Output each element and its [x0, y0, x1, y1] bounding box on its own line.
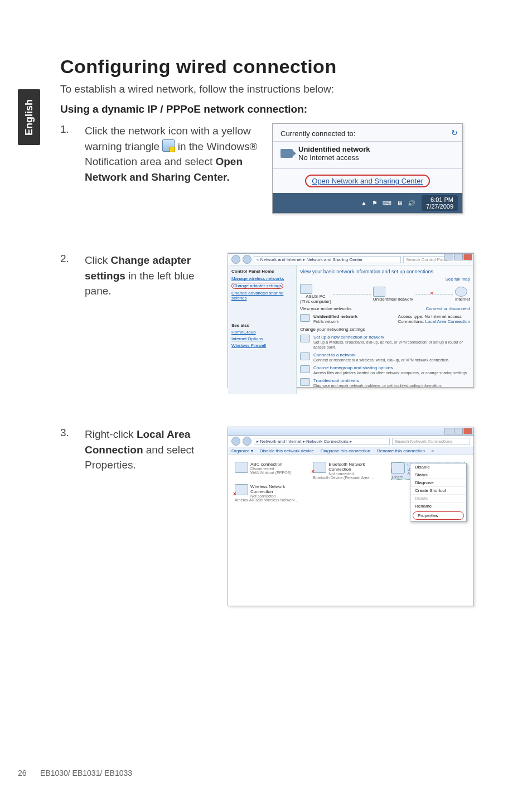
sidebar: Control Panel Home Manage wireless netwo…	[228, 265, 297, 394]
setup-connection-link[interactable]: Set up a new connection or network	[313, 335, 384, 340]
figure-sharing-center: « Network and Internet ▸ Network and Sha…	[228, 253, 474, 388]
refresh-icon[interactable]: ↻	[451, 128, 458, 137]
tray-clock[interactable]: 6:01 PM 7/27/2009	[422, 195, 458, 211]
connect-icon	[300, 352, 310, 360]
text: Right-click	[85, 428, 137, 440]
connection-icon	[313, 462, 326, 473]
step-number: 2.	[60, 253, 76, 265]
map-link	[333, 294, 371, 294]
toolbar-disable[interactable]: Disable this network device	[260, 448, 314, 453]
ctx-properties-highlight[interactable]: Properties	[413, 511, 464, 520]
step-2: 2. Click Change adapter settings in the …	[60, 253, 490, 388]
sidebar-internet-options[interactable]: Internet Options	[231, 336, 293, 341]
step-number: 3.	[60, 427, 76, 439]
window-titlebar	[228, 253, 473, 254]
sidebar-windows-firewall[interactable]: Windows Firewall	[231, 343, 293, 348]
connect-network-link[interactable]: Connect to a network	[313, 352, 356, 357]
setup-connection-sub: Set up a wireless, broadband, dial-up, a…	[313, 340, 463, 349]
map-link-broken: ×	[415, 294, 453, 294]
pc-label: ASUS-PC	[300, 294, 331, 299]
system-tray: ▲ ⚑ ⌨ 🖥 🔊 6:01 PM 7/27/2009	[273, 193, 462, 213]
page-content: Configuring wired connection To establis…	[60, 56, 490, 645]
homegroup-icon	[300, 365, 310, 373]
connection-icon	[391, 462, 405, 474]
internet-icon	[455, 287, 467, 297]
step-text: Right-click Local Area Connection and se…	[85, 427, 219, 473]
sidebar-home[interactable]: Control Panel Home	[231, 269, 293, 274]
network-map: ASUS-PC (This computer) Unidentified net…	[300, 284, 470, 304]
troubleshoot-icon	[300, 378, 310, 386]
active-network-type: Public network	[313, 320, 339, 323]
ctx-delete: Delete	[410, 495, 466, 503]
page-title: Configuring wired connection	[60, 56, 490, 78]
step-text: Click the network icon with a yellow war…	[85, 123, 263, 185]
access-type-label: Access type:	[398, 314, 423, 319]
ctx-create-shortcut[interactable]: Create Shortcut	[410, 487, 466, 495]
nav-back-button[interactable]	[231, 437, 240, 446]
nav-back-button[interactable]	[231, 255, 240, 264]
step-3: 3. Right-click Local Area Connection and…	[60, 427, 490, 606]
maximize-button[interactable]	[454, 428, 463, 434]
tray-date: 7/27/2009	[426, 203, 453, 210]
figure-network-popup: ↻ Currently connected to: Unidentified n…	[272, 123, 463, 214]
main-title: View your basic network information and …	[300, 269, 470, 274]
access-type-value: No Internet access	[424, 314, 462, 319]
network-thumb-icon	[300, 314, 310, 322]
sidebar-change-adapter-highlight[interactable]: Change adapter settings	[231, 283, 293, 289]
network-sub: No Internet access	[298, 153, 359, 162]
search-input[interactable]: Search Network Connections	[392, 438, 470, 445]
open-network-sharing-link[interactable]: Open Network and Sharing Center	[312, 177, 423, 185]
context-menu: Disable Status Diagnose Create Shortcut …	[410, 463, 467, 521]
toolbar-more[interactable]: »	[432, 448, 434, 453]
connection-bluetooth[interactable]: Bluetooth Network Connection Not connect…	[313, 462, 385, 480]
close-button[interactable]	[463, 254, 472, 260]
connect-disconnect-link[interactable]: Connect or disconnect	[425, 306, 470, 311]
sidebar-manage-wireless[interactable]: Manage wireless networks	[231, 276, 293, 281]
homegroup-link[interactable]: Choose homegroup and sharing options	[313, 365, 393, 370]
connection-wireless[interactable]: Wireless Network Connection Not connecte…	[235, 484, 307, 502]
maximize-button[interactable]	[454, 254, 463, 260]
network-name: Unidentified network	[298, 145, 370, 153]
toolbar-rename[interactable]: Rename this connection	[377, 448, 425, 453]
connection-icon	[235, 462, 248, 473]
sidebar-homegroup[interactable]: HomeGroup	[231, 330, 293, 335]
close-button[interactable]	[463, 428, 472, 434]
ctx-disable[interactable]: Disable	[410, 463, 466, 471]
address-breadcrumb[interactable]: ▸ Network and Internet ▸ Network Connect…	[254, 438, 390, 445]
troubleshoot-sub: Diagnose and repair network problems, or…	[313, 384, 442, 388]
minimize-button[interactable]	[444, 254, 453, 260]
unidentified-label: Unidentified network	[373, 297, 413, 302]
ctx-diagnose[interactable]: Diagnose	[410, 479, 466, 487]
x-icon: ×	[431, 291, 433, 296]
ctx-rename[interactable]: Rename	[410, 503, 466, 510]
nav-forward-button[interactable]	[243, 437, 252, 446]
homegroup-sub: Access files and printers located on oth…	[313, 371, 468, 375]
minimize-button[interactable]	[444, 428, 453, 434]
page-number: 26	[18, 769, 29, 777]
network-icon	[280, 149, 293, 158]
connection-icon	[235, 484, 248, 495]
intro-text: To establish a wired network, follow the…	[60, 83, 490, 95]
connections-value-link[interactable]: Local Area Connection	[425, 319, 471, 324]
step-text: Click Change adapter settings in the lef…	[85, 253, 219, 299]
ctx-status[interactable]: Status	[410, 471, 466, 479]
organize-menu[interactable]: Organize ▾	[231, 448, 253, 453]
active-networks-header: View your active networks	[300, 306, 351, 311]
step-number: 1.	[60, 123, 76, 136]
window-titlebar	[228, 427, 473, 436]
troubleshoot-link[interactable]: Troubleshoot problems	[313, 378, 359, 383]
toolbar: Organize ▾ Disable this network device D…	[228, 447, 473, 455]
text: Click	[85, 254, 110, 266]
connection-abc[interactable]: ABC connection Disconnected WAN Miniport…	[235, 462, 307, 475]
toolbar-diagnose[interactable]: Diagnose this connection	[321, 448, 370, 453]
see-full-map-link[interactable]: See full map	[300, 277, 470, 282]
connect-network-sub: Connect or reconnect to a wireless, wire…	[313, 358, 449, 362]
address-breadcrumb[interactable]: « Network and Internet ▸ Network and Sha…	[254, 256, 401, 263]
internet-label: Internet	[455, 297, 470, 302]
connections-label: Connections:	[398, 319, 424, 324]
sidebar-advanced-sharing[interactable]: Change advanced sharing settings	[231, 291, 293, 301]
sidebar-seealso: See also	[231, 323, 293, 328]
main-panel: View your basic network information and …	[297, 265, 473, 394]
nav-forward-button[interactable]	[243, 255, 252, 264]
tray-icons[interactable]: ▲ ⚑ ⌨ 🖥 🔊	[361, 200, 417, 207]
